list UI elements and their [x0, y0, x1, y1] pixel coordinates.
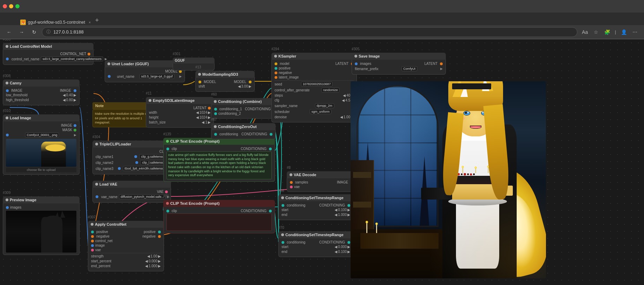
generated-image-area [351, 81, 546, 278]
node-load-controlnet[interactable]: #306 Load ControlNet Model CONTROL_NET c… [3, 43, 93, 65]
translate-icon[interactable]: Aa [580, 27, 590, 37]
node-body-vae-decode: samples IMAGE vae [287, 178, 357, 192]
node-vae-decode[interactable]: #8 VAE Decode samples IMAGE vae [287, 171, 357, 192]
node-dot [198, 73, 201, 76]
favorites-icon[interactable]: ☆ [591, 27, 601, 37]
note-body: Make sure the resolution is multiple of … [92, 109, 153, 127]
node-clip-encode-neg[interactable]: #71 CLIP Text Encode (Prompt) clip CONDI… [163, 200, 275, 233]
negative-prompt-text[interactable] [166, 213, 272, 231]
node-conditioning-zero[interactable]: #67 ConditioningZeroOut conditioning CON… [211, 123, 276, 139]
apply-vae-port: vae [91, 248, 161, 252]
candle-flame-1 [365, 220, 368, 224]
scheduler-row: scheduler sgm_uniform ▶ [275, 109, 354, 114]
canny-ports: IMAGE IMAGE [6, 89, 76, 92]
pupil-left [465, 112, 467, 114]
node-conditioning-ts2[interactable]: #70 ConditioningSetTimestepRange conditi… [278, 231, 353, 257]
ksampler-negative-port: negative [275, 71, 354, 75]
seed-row: seed 1078200025510687 ▶ [275, 82, 354, 87]
controlnet-input [6, 58, 9, 60]
new-tab-button[interactable]: + [92, 15, 102, 25]
toolbar-icons: Aa ☆ 🧩 | 👤 ⋯ [580, 27, 640, 37]
maid-headband [452, 83, 491, 89]
node-clip-encode-pos[interactable]: #135 CLIP Text Encode (Prompt) clip COND… [163, 138, 275, 182]
clip2-row: clip_name2 clip_l.safetensors ▶ [96, 160, 171, 165]
close-window-button[interactable] [3, 4, 7, 8]
node-load-vae[interactable]: Load VAE VAE vae_name diffusion_pytorch_… [92, 181, 171, 203]
node-id-clip-neg: #71 [163, 194, 169, 198]
back-button[interactable]: ← [4, 27, 14, 37]
node-canny[interactable]: #308 Canny IMAGE IMAGE low_threshold ◀ [3, 80, 80, 105]
image-value-row: ComfyUI_00001_.png ▶ [6, 133, 76, 137]
browser-tab-label: gguf-workflow-sd3.5-controlnet [28, 20, 85, 25]
comfy-canvas[interactable]: #306 Load ControlNet Model CONTROL_NET c… [0, 39, 644, 285]
apply-controlnet-port: control_net [91, 239, 161, 243]
save-image-ports: images LATENT [355, 62, 443, 66]
node-note[interactable]: Note Make sure the resolution is multipl… [92, 102, 153, 127]
address-bar[interactable]: ⓘ 127.0.0.1:8188 [42, 27, 577, 37]
node-id-gguf: #301 [173, 52, 180, 56]
unet-name-row: unet_name sd3.5_large-q4_0.gguf ▶ [108, 74, 182, 79]
menu-icon[interactable]: ⋯ [630, 27, 640, 37]
height-row: height ◀ 1024 ▶ [149, 115, 211, 119]
node-header-load-vae: Load VAE [92, 181, 171, 188]
node-body-empty-latent: LATENT width ◀ 1024 ▶ height ◀ 1024 ▶ [146, 104, 214, 128]
node-id-vae-decode: #8 [287, 166, 291, 170]
canny-image-input [6, 89, 9, 92]
controlnet-name-row: control_net_name sd3.5_large_controlnet_… [6, 57, 90, 61]
choose-file-button[interactable]: choose file to upload [6, 167, 76, 172]
node-model-sampling[interactable]: #13 ModelSamplingSD3 MODEL MODEL shift ◀ [195, 71, 255, 92]
node-body-gguf [173, 63, 215, 70]
cfg-row: cfg ◀ 4.5 ▶ [275, 98, 354, 102]
node-save-image[interactable]: #305 Save Image images LATENT filename_p… [352, 53, 446, 75]
node-empty-latent[interactable]: #11 EmptySD3LatentImage LATENT width ◀ 1… [146, 97, 214, 128]
node-load-image[interactable]: #310 Load Image IMAGE MASK ComfyUI_00001… [3, 114, 80, 175]
node-id-preview: #309 [3, 191, 10, 195]
node-body-cond-ts1: conditioning CONDITIONING start ◀ 0.100 … [278, 201, 353, 220]
node-gguf[interactable]: #301 GGUF [173, 58, 215, 70]
unet-model-output: MODEL [108, 69, 182, 73]
title-bar [0, 0, 644, 13]
tab-close-button[interactable]: × [87, 20, 92, 25]
cond2-port: conditioning_2 [214, 112, 276, 115]
forward-button[interactable]: → [17, 27, 27, 37]
node-id-apply-controlnet: #307 [88, 215, 96, 219]
apply-negative-ports: negative negative [91, 234, 161, 238]
minimize-window-button[interactable] [9, 4, 13, 8]
berry-3 [464, 173, 466, 175]
node-dot [95, 143, 98, 145]
node-id-canny: #308 [3, 74, 10, 78]
extensions-icon[interactable]: 🧩 [602, 27, 612, 37]
model-sampling-ports: MODEL MODEL [199, 80, 252, 84]
node-body-cond-ts2: conditioning CONDITIONING start ◀ 0.000 … [278, 238, 353, 257]
window-controls [3, 4, 20, 8]
node-body-preview: images [3, 203, 80, 255]
mask-output-port [74, 129, 76, 132]
browser-toolbar: ← → ↻ ⓘ 127.0.0.1:8188 Aa ☆ 🧩 | 👤 ⋯ [0, 25, 644, 39]
separator: | [614, 29, 617, 35]
ts1-end-row: end ◀ 1.000 ▶ [282, 213, 350, 217]
eye-highlight-left [467, 112, 469, 113]
node-dot [281, 233, 284, 236]
profile-icon[interactable]: 👤 [619, 27, 629, 37]
node-header-load-image: Load Image [3, 114, 80, 121]
maximize-window-button[interactable] [15, 4, 20, 8]
batch-row: batch_size ◀ 1 ▶ [149, 120, 211, 124]
node-apply-controlnet[interactable]: #307 Apply ControlNet positive positive … [88, 221, 164, 271]
node-header-gguf: GGUF [173, 58, 215, 63]
node-conditioning-ts1[interactable]: #68 ConditioningSetTimestepRange conditi… [278, 194, 353, 220]
load-image-thumbnail [6, 139, 76, 167]
node-body-clip-neg: clip CONDITIONING [163, 207, 275, 233]
apply-positive-ports: positive positive [91, 230, 161, 234]
low-threshold-row: low_threshold ◀ 0.40 ▶ [6, 93, 76, 97]
controlnet-output-port: CONTROL_NET [6, 52, 90, 56]
node-id-ksampler: #294 [271, 47, 279, 51]
preview-small-area [6, 211, 76, 253]
node-header-cond-ts2: ConditioningSetTimestepRange [278, 231, 353, 238]
node-ksampler[interactable]: #294 KSampler model LATENT positive [271, 53, 357, 122]
scene-table [360, 233, 439, 249]
node-triple-clip[interactable]: #304 TripleCLIPLoader CLIP clip_name1 cl… [92, 141, 174, 174]
node-conditioning-combine[interactable]: #60 Conditioning (Combine) conditioning_… [211, 98, 279, 119]
node-preview-image[interactable]: #309 Preview Image images [3, 196, 80, 255]
positive-prompt-text[interactable]: cute anime girl with massive fluffy fenn… [166, 151, 272, 179]
reload-button[interactable]: ↻ [29, 27, 39, 37]
